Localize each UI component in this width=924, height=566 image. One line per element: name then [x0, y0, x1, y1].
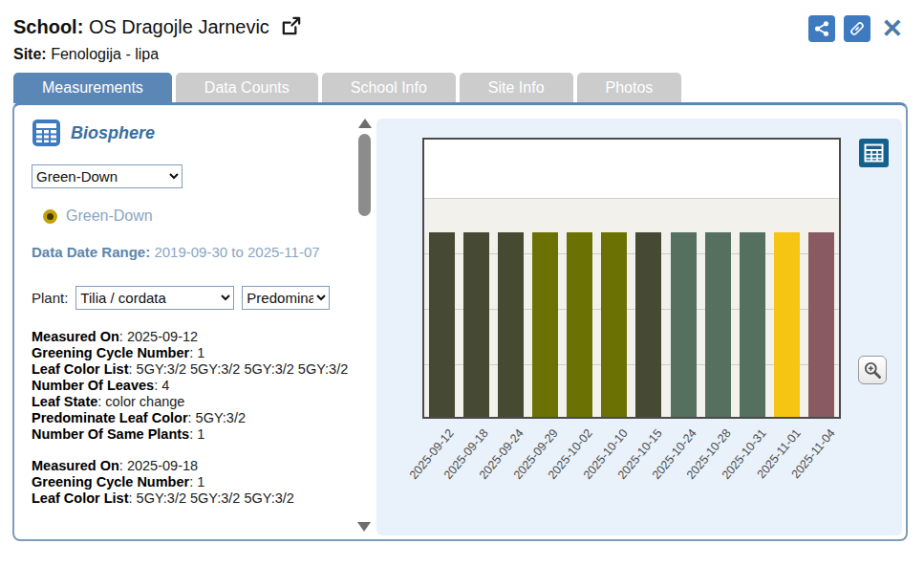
tab-measurements[interactable]: Measurements — [13, 73, 172, 103]
data-date-range: Data Date Range: 2019-09-30 to 2025-11-0… — [32, 240, 356, 265]
legend-label: Green-Down — [66, 207, 153, 225]
scroll-down-icon[interactable] — [357, 522, 371, 532]
tab-school-info[interactable]: School Info — [322, 73, 456, 103]
measurement-list[interactable]: Biosphere Green-Down Green-Down Data Dat… — [14, 105, 360, 537]
measurement-field: Greening Cycle Number: 1 — [32, 345, 360, 361]
table-icon — [32, 119, 61, 147]
bar-2025-10-31[interactable] — [740, 232, 765, 417]
bar-2025-10-10[interactable] — [601, 232, 627, 417]
measurement-field: Leaf State: color change — [32, 394, 360, 410]
measurement-field: Greening Cycle Number: 1 — [32, 474, 360, 490]
bar-2025-11-04[interactable] — [808, 232, 834, 417]
bar-2025-11-01[interactable] — [774, 232, 800, 417]
measurement-field: Measured On: 2025-09-18 — [32, 458, 360, 474]
bar-2025-10-24[interactable] — [671, 232, 697, 417]
section-title: Biosphere — [71, 123, 155, 143]
site-label: Site: — [13, 46, 47, 62]
tab-site-info[interactable]: Site Info — [460, 73, 573, 103]
plant-select[interactable]: Tilia / cordata — [75, 286, 234, 310]
school-label: School: — [13, 16, 83, 37]
measurement-field: Predominate Leaf Color: 5GY:3/2 — [32, 410, 360, 426]
zoom-in-button[interactable] — [858, 356, 887, 384]
table-icon — [864, 143, 884, 163]
list-scrollbar[interactable] — [356, 119, 373, 532]
measurement-field: Measured On: 2025-09-12 — [32, 329, 360, 345]
site-popup: School: OS Dragojle Jarnevic Site: Fenol… — [0, 0, 924, 566]
protocol-select[interactable]: Green-Down — [32, 164, 183, 188]
bar-2025-10-15[interactable] — [635, 232, 661, 417]
external-link-icon[interactable] — [280, 15, 302, 42]
school-title: School: OS Dragojle Jarnevic — [13, 15, 302, 42]
tab-content: Biosphere Green-Down Green-Down Data Dat… — [12, 102, 908, 541]
bar-2025-10-28[interactable] — [705, 232, 731, 417]
tab-bar: MeasurementsData CountsSchool InfoSite I… — [13, 73, 681, 103]
magnifier-plus-icon — [863, 360, 882, 380]
measure-type-select[interactable]: Predomina — [242, 286, 330, 310]
legend-item-green-down[interactable]: Green-Down — [43, 207, 355, 225]
close-icon[interactable]: ✕ — [881, 16, 903, 41]
school-name: OS Dragojle Jarnevic — [89, 16, 269, 37]
scroll-up-icon[interactable] — [358, 119, 372, 128]
site-title: Site: Fenologija - lipa — [13, 46, 159, 63]
bar-2025-09-29[interactable] — [532, 232, 558, 417]
edit-button[interactable] — [844, 15, 870, 42]
chart-panel: Leaf Color 2025-09-122025-09-182025-09-2… — [376, 119, 902, 535]
measurement-field: Leaf Color List: 5GY:3/2 5GY:3/2 5GY:3/2… — [32, 361, 360, 378]
measurement-entry: Measured On: 2025-09-12Greening Cycle Nu… — [32, 329, 360, 443]
scrollbar-thumb[interactable] — [358, 134, 371, 216]
tab-photos[interactable]: Photos — [577, 73, 682, 103]
chart-data-table-button[interactable] — [859, 139, 889, 167]
bar-2025-10-02[interactable] — [567, 232, 592, 417]
share-button[interactable] — [808, 15, 835, 42]
share-icon — [813, 20, 830, 37]
measurement-field: Leaf Color List: 5GY:3/2 5GY:3/2 5GY:3/2 — [32, 490, 360, 507]
measurement-field: Number Of Leaves: 4 — [32, 378, 360, 394]
green-down-marker-icon — [43, 209, 57, 224]
date-range-value: 2019-09-30 to 2025-11-07 — [154, 244, 319, 260]
tab-data-counts[interactable]: Data Counts — [176, 73, 318, 103]
bar-2025-09-24[interactable] — [498, 232, 524, 417]
measurement-field: Number Of Same Plants: 1 — [32, 426, 360, 443]
site-name: Fenologija - lipa — [51, 46, 159, 62]
bar-2025-09-18[interactable] — [463, 232, 489, 417]
edit-icon — [849, 20, 866, 37]
plant-label: Plant: — [32, 290, 68, 306]
measurement-entry: Measured On: 2025-09-18Greening Cycle Nu… — [32, 458, 360, 507]
date-range-label: Data Date Range: — [32, 244, 150, 260]
bar-2025-09-12[interactable] — [429, 232, 455, 417]
leaf-color-chart[interactable] — [422, 138, 841, 419]
